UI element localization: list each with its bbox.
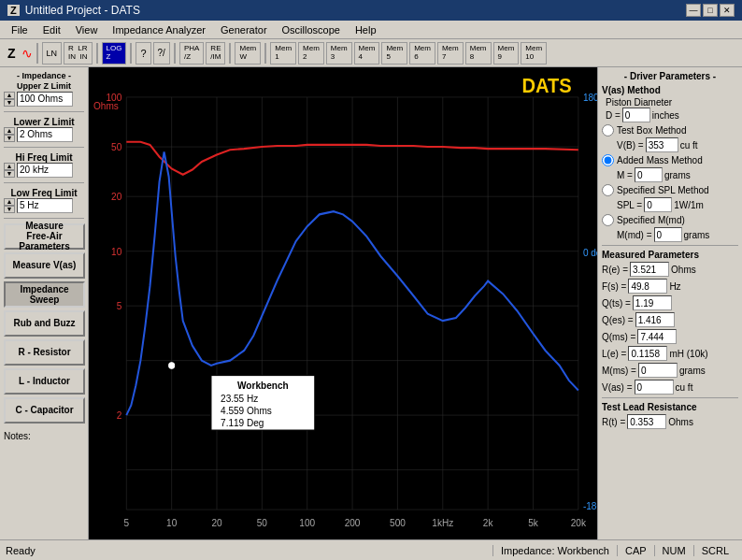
qes-label: Q(es) = — [602, 315, 634, 325]
qts-row: Q(ts) = — [602, 295, 738, 310]
qms-input[interactable] — [637, 329, 677, 344]
upper-z-spinner[interactable]: ▲ ▼ — [4, 92, 15, 107]
upper-z-up[interactable]: ▲ — [4, 92, 15, 99]
toolbar-mem1-btn[interactable]: Mem1 — [270, 42, 296, 65]
measure-free-air-button[interactable]: MeasureFree-AirParameters — [4, 223, 85, 250]
hi-freq-input[interactable] — [17, 163, 73, 178]
toolbar-reim-btn[interactable]: RE/IM — [206, 42, 225, 65]
vb-row: V(B) = cu ft — [617, 137, 738, 152]
toolbar-q2-btn[interactable]: ?/ — [153, 42, 170, 65]
svg-text:5: 5 — [123, 518, 129, 528]
r-resistor-button[interactable]: R - Resistor — [4, 339, 85, 366]
spec-m-radio[interactable] — [602, 214, 614, 226]
toolbar-mem2-btn[interactable]: Mem2 — [298, 42, 324, 65]
toolbar-mem5-btn[interactable]: Mem5 — [381, 42, 407, 65]
menu-impedance-analyzer[interactable]: Impedance Analyzer — [105, 22, 213, 37]
svg-text:7.119 Deg: 7.119 Deg — [221, 418, 264, 428]
svg-text:180°: 180° — [583, 93, 597, 103]
hi-freq-up[interactable]: ▲ — [4, 163, 15, 170]
spl-method-radio[interactable] — [602, 184, 614, 196]
low-freq-input[interactable] — [17, 198, 73, 213]
spl-unit: 1W/1m — [674, 200, 704, 210]
rt-input[interactable] — [627, 414, 666, 429]
rp-div2 — [602, 397, 738, 398]
toolbar-sep2 — [96, 43, 98, 64]
svg-text:5: 5 — [117, 301, 122, 311]
l-inductor-button[interactable]: L - Inductor — [4, 368, 85, 395]
hi-freq-down[interactable]: ▼ — [4, 170, 15, 178]
toolbar-q1-btn[interactable]: ? — [136, 42, 150, 65]
div1 — [4, 111, 84, 112]
toolbar-z-icon: Z — [4, 46, 20, 61]
menu-oscilloscope[interactable]: Oscilloscope — [275, 22, 348, 37]
qes-input[interactable] — [635, 312, 675, 327]
minimize-button[interactable]: — — [686, 4, 701, 17]
notes-section: Notes: — [4, 430, 84, 441]
toolbar-mem8-btn[interactable]: Mem8 — [465, 42, 492, 65]
toolbar-sep1 — [36, 43, 38, 64]
right-panel: - Driver Parameters - V(as) Method Pisto… — [597, 67, 742, 539]
re-unit: Ohms — [671, 265, 696, 275]
close-button[interactable]: ✕ — [720, 4, 735, 17]
svg-text:2k: 2k — [483, 518, 493, 528]
le-unit: mH (10k) — [669, 349, 707, 359]
menu-generator[interactable]: Generator — [213, 22, 275, 37]
upper-z-input[interactable] — [17, 92, 73, 107]
status-num: NUM — [654, 545, 693, 556]
upper-z-row: ▲ ▼ — [4, 92, 84, 107]
vb-input[interactable] — [646, 137, 678, 152]
re-label: R(e) = — [602, 265, 628, 275]
m-input[interactable] — [635, 167, 663, 182]
low-freq-row: ▲ ▼ — [4, 198, 84, 213]
menu-help[interactable]: Help — [348, 22, 384, 37]
upper-z-down[interactable]: ▼ — [4, 99, 15, 107]
measure-vas-button[interactable]: Measure V(as) — [4, 252, 85, 279]
m-label: M = — [617, 170, 633, 180]
menu-file[interactable]: File — [4, 22, 36, 37]
d-input[interactable] — [622, 108, 650, 122]
vas-input[interactable] — [635, 380, 674, 395]
svg-text:5k: 5k — [528, 518, 538, 528]
toolbar-ln-btn[interactable]: LN — [42, 42, 63, 65]
hi-freq-spinner[interactable]: ▲ ▼ — [4, 163, 15, 178]
maximize-button[interactable]: □ — [703, 4, 718, 17]
svg-text:Ohms: Ohms — [93, 100, 119, 110]
rub-buzz-button[interactable]: Rub and Buzz — [4, 310, 85, 337]
mmd-input[interactable] — [654, 227, 682, 242]
spl-input[interactable] — [644, 197, 672, 212]
toolbar-mem7-btn[interactable]: Mem7 — [437, 42, 464, 65]
low-freq-up[interactable]: ▲ — [4, 198, 15, 206]
low-freq-down[interactable]: ▼ — [4, 206, 15, 213]
toolbar-mem6-btn[interactable]: Mem6 — [409, 42, 435, 65]
test-box-radio[interactable] — [602, 124, 614, 136]
c-capacitor-button[interactable]: C - Capacitor — [4, 397, 85, 424]
chart-area[interactable]: 100 50 20 10 5 2 Ohms DATS 180° 0 deg -1… — [89, 67, 597, 539]
toolbar-mem3-btn[interactable]: Mem3 — [326, 42, 352, 65]
menu-view[interactable]: View — [68, 22, 106, 37]
toolbar-mem9-btn[interactable]: Mem9 — [493, 42, 520, 65]
toolbar-mem10-btn[interactable]: Mem10 — [521, 42, 547, 65]
toolbar-pha-btn[interactable]: PHA/Z — [179, 42, 204, 65]
toolbar-rin-btn[interactable]: R LRIN IN — [64, 42, 92, 65]
le-input[interactable] — [628, 346, 667, 361]
menu-edit[interactable]: Edit — [36, 22, 68, 37]
lower-z-up[interactable]: ▲ — [4, 127, 15, 135]
lower-z-input[interactable] — [17, 127, 73, 142]
low-freq-spinner[interactable]: ▲ ▼ — [4, 198, 15, 213]
lower-z-spinner[interactable]: ▲ ▼ — [4, 127, 15, 142]
impedance-sweep-button[interactable]: ImpedanceSweep — [4, 281, 85, 308]
mmd-row: M(md) = grams — [617, 227, 738, 242]
toolbar-log-btn[interactable]: LOGZ — [102, 42, 127, 65]
qts-input[interactable] — [633, 295, 672, 310]
svg-text:100: 100 — [299, 518, 315, 528]
added-mass-radio[interactable] — [602, 154, 614, 166]
div4 — [4, 218, 84, 219]
qms-label: Q(ms) = — [602, 332, 635, 342]
toolbar-memw-btn[interactable]: MemW — [235, 42, 261, 65]
re-input[interactable] — [630, 262, 669, 277]
lower-z-down[interactable]: ▼ — [4, 135, 15, 142]
app-icon: Z — [7, 5, 20, 16]
mms-input[interactable] — [638, 363, 678, 378]
toolbar-mem4-btn[interactable]: Mem4 — [354, 42, 380, 65]
fs-input[interactable] — [628, 279, 667, 294]
